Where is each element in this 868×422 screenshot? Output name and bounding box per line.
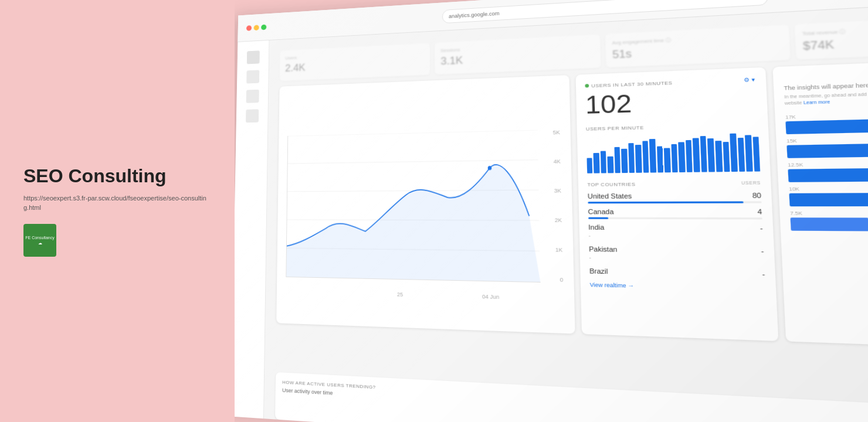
bar-2 xyxy=(594,153,600,173)
svg-line-1 xyxy=(288,160,538,164)
sidebar-item-reports[interactable] xyxy=(246,90,259,103)
metric4-label: Total revenue ⓘ xyxy=(802,21,868,38)
country-united-states: United States 80 xyxy=(588,192,762,205)
bar-12 xyxy=(664,148,670,172)
x-axis-labels: 25 04 Jun xyxy=(286,289,541,301)
realtime-settings[interactable]: ⚙ ▾ xyxy=(744,76,756,83)
bar-22 xyxy=(737,138,745,172)
y-label-3k: 3K xyxy=(554,188,561,194)
horizontal-bar-chart: 17K 15K 12.5K 10K xyxy=(785,108,868,232)
users-per-min-chart xyxy=(586,133,760,173)
h-bar-row-2: 15K xyxy=(786,134,868,158)
country-pakistan: Pakistan - - xyxy=(589,245,765,266)
line-chart-card: 5K 4K 3K 2K 1K 0 xyxy=(276,75,575,333)
country-bar-bg-us xyxy=(588,201,762,203)
x-label-jun: 04 Jun xyxy=(482,294,499,300)
bar-17 xyxy=(700,136,708,172)
country-brazil: Brazil - xyxy=(589,267,765,280)
bar-4 xyxy=(608,156,613,173)
bar-15 xyxy=(686,140,693,172)
country-value-in: - xyxy=(760,224,763,232)
favicon-text: FE Consultancy xyxy=(25,235,54,240)
y-label-2k: 2K xyxy=(555,217,562,223)
bar-14 xyxy=(679,142,686,172)
top-countries-header: TOP COUNTRIES USERS xyxy=(587,181,761,188)
bar-8 xyxy=(635,145,642,173)
main-area: Users 2.4K Sessions 3.1K Avg engagement … xyxy=(264,0,868,422)
bar-20 xyxy=(723,142,730,172)
h-bar-label-3: 12.5K xyxy=(788,159,868,168)
country-canada: Canada 4 xyxy=(588,207,762,220)
url-text: analytics.google.com xyxy=(449,10,500,19)
country-name-pk: Pakistan xyxy=(589,245,618,253)
users-col-header: USERS xyxy=(741,181,761,186)
view-realtime-link[interactable]: View realtime → xyxy=(589,282,765,292)
page-url: https://seoexpert.s3.fr-par.scw.cloud/fs… xyxy=(23,194,211,212)
sidebar xyxy=(235,40,269,418)
insights-card: Insights The insights will appear here s… xyxy=(772,58,868,350)
country-name-us: United States xyxy=(588,192,632,200)
svg-line-0 xyxy=(288,130,537,136)
bar-3 xyxy=(601,151,607,173)
x-label-25: 25 xyxy=(397,291,403,297)
close-button xyxy=(246,25,252,31)
country-value-pk: - xyxy=(761,247,764,255)
bar-13 xyxy=(671,144,678,172)
window-controls xyxy=(246,24,266,30)
country-value-ca: 4 xyxy=(757,207,762,215)
h-bar-label-2: 15K xyxy=(786,134,868,144)
h-bar-fill-3 xyxy=(788,168,868,182)
realtime-header-text: USERS IN LAST 30 MINUTES xyxy=(591,80,673,88)
country-name-in: India xyxy=(588,223,604,231)
chart-svg-area xyxy=(286,130,540,283)
cards-row: 5K 4K 3K 2K 1K 0 xyxy=(276,58,868,422)
learn-more-link[interactable]: Learn more xyxy=(803,100,830,105)
country-bar-bg-ca xyxy=(588,217,762,220)
country-value-br: - xyxy=(762,270,765,278)
bar-21 xyxy=(730,134,737,172)
y-label-0: 0 xyxy=(560,277,563,283)
bar-24 xyxy=(752,137,760,171)
page-title: SEO Consulting xyxy=(23,165,211,187)
realtime-card: USERS IN LAST 30 MINUTES ⚙ ▾ 102 USERS P… xyxy=(575,67,778,341)
h-bar-fill-4 xyxy=(789,193,868,206)
maximize-button xyxy=(261,24,266,30)
bar-23 xyxy=(745,135,752,171)
y-label-4k: 4K xyxy=(554,158,561,165)
bar-18 xyxy=(708,138,716,172)
country-bar-fill-us xyxy=(588,201,744,203)
live-indicator xyxy=(585,84,589,87)
country-value-us: 80 xyxy=(752,192,761,199)
bar-11 xyxy=(657,146,663,172)
sidebar-item-home[interactable] xyxy=(246,50,259,64)
bar-6 xyxy=(621,149,628,173)
h-bar-row-5: 7.5K xyxy=(790,210,868,232)
y-label-1k: 1K xyxy=(555,247,563,253)
left-panel: SEO Consulting https://seoexpert.s3.fr-p… xyxy=(0,0,235,422)
favicon-icon: ☁ xyxy=(38,240,42,246)
sidebar-item-search[interactable] xyxy=(246,70,259,83)
y-axis-labels: 5K 4K 3K 2K 1K 0 xyxy=(541,130,564,283)
analytics-screenshot: analytics.google.com Users 2.4K Session xyxy=(235,0,868,422)
bar-5 xyxy=(614,147,621,173)
h-bar-row-1: 17K xyxy=(785,108,868,134)
country-name-ca: Canada xyxy=(588,208,613,216)
y-label-5k: 5K xyxy=(553,130,560,136)
favicon: FE Consultancy ☁ xyxy=(23,224,56,257)
h-bar-row-4: 10K xyxy=(789,185,868,206)
top-countries-text: TOP COUNTRIES xyxy=(587,182,635,188)
bar-16 xyxy=(693,138,700,172)
users-count: 102 xyxy=(585,87,757,118)
minimize-button xyxy=(254,25,259,30)
h-bar-label-4: 10K xyxy=(789,185,868,192)
bar-7 xyxy=(628,143,635,173)
h-bar-fill-5 xyxy=(790,217,868,231)
line-chart-area: 5K 4K 3K 2K 1K 0 xyxy=(286,130,564,302)
h-bar-fill-2 xyxy=(786,142,868,158)
country-dash-pk: - xyxy=(589,254,764,263)
country-name-br: Brazil xyxy=(589,267,608,275)
bar-10 xyxy=(649,139,656,173)
country-india: India - - xyxy=(588,223,764,243)
h-bar-label-5: 7.5K xyxy=(790,210,868,216)
sidebar-item-explore[interactable] xyxy=(246,109,259,122)
